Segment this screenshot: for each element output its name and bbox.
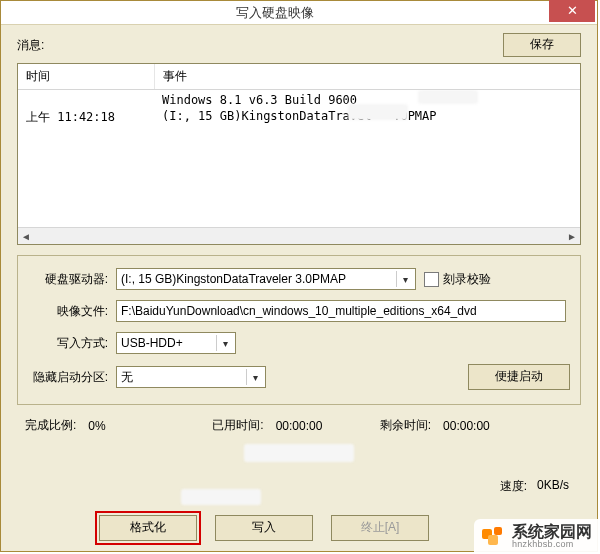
hide-boot-value: 无: [121, 369, 133, 386]
elapsed-value: 00:00:00: [276, 419, 326, 433]
svg-rect-1: [488, 535, 498, 545]
log-listview: 时间 事件 Windows 8.1 v6.3 Build 9600 上午 11:…: [17, 63, 581, 245]
image-label: 映像文件:: [28, 303, 116, 320]
done-ratio-value: 0%: [88, 419, 138, 433]
image-value: F:\BaiduYunDownload\cn_windows_10_multip…: [121, 304, 477, 318]
watermark: 系统家园网 hnzkhbsb.com: [474, 519, 600, 554]
drive-row: 硬盘驱动器: (I:, 15 GB)KingstonDataTraveler 3…: [28, 268, 570, 290]
progress-row: 完成比例: 0% 已用时间: 00:00:00 剩余时间: 00:00:00: [25, 417, 573, 434]
chevron-down-icon: ▾: [396, 271, 413, 287]
watermark-name: 系统家园网: [512, 523, 592, 541]
watermark-logo-icon: [480, 523, 506, 549]
hide-boot-select[interactable]: 无 ▾: [116, 366, 266, 388]
speed-row: 速度: 0KB/s: [11, 478, 569, 495]
log-body: Windows 8.1 v6.3 Build 9600 上午 11:42:18 …: [18, 90, 580, 227]
drive-select[interactable]: (I:, 15 GB)KingstonDataTraveler 3.0PMAP …: [116, 268, 416, 290]
chevron-down-icon: ▾: [216, 335, 233, 351]
dialog-window: 写入硬盘映像 ✕ 消息: 保存 时间 事件 Windows 8.1 v6.3 B…: [0, 0, 598, 552]
close-button[interactable]: ✕: [549, 0, 595, 22]
hide-boot-label: 隐藏启动分区:: [28, 369, 116, 386]
watermark-url: hnzkhbsb.com: [512, 540, 592, 550]
format-button[interactable]: 格式化: [99, 515, 197, 541]
messages-row: 消息: 保存: [17, 33, 581, 57]
quick-boot-button[interactable]: 便捷启动: [468, 364, 570, 390]
log-time: [18, 92, 154, 108]
col-header-event[interactable]: 事件: [155, 64, 580, 89]
verify-label: 刻录校验: [443, 271, 491, 288]
verify-checkbox[interactable]: 刻录校验: [424, 271, 491, 288]
write-mode-value: USB-HDD+: [121, 336, 183, 350]
window-title: 写入硬盘映像: [1, 4, 549, 22]
checkbox-box-icon: [424, 272, 439, 287]
dialog-body: 消息: 保存 时间 事件 Windows 8.1 v6.3 Build 9600…: [1, 25, 597, 551]
speed-label: 速度:: [500, 478, 527, 495]
settings-group: 硬盘驱动器: (I:, 15 GB)KingstonDataTraveler 3…: [17, 255, 581, 405]
abort-button: 终止[A]: [331, 515, 429, 541]
scroll-track[interactable]: [34, 229, 564, 243]
svg-rect-2: [494, 527, 502, 535]
drive-value: (I:, 15 GB)KingstonDataTraveler 3.0PMAP: [121, 272, 346, 286]
write-mode-label: 写入方式:: [28, 335, 116, 352]
image-row: 映像文件: F:\BaiduYunDownload\cn_windows_10_…: [28, 300, 570, 322]
close-icon: ✕: [567, 3, 578, 18]
log-time: 上午 11:42:18: [18, 108, 154, 127]
write-mode-select[interactable]: USB-HDD+ ▾: [116, 332, 236, 354]
drive-label: 硬盘驱动器:: [28, 271, 116, 288]
chevron-down-icon: ▾: [246, 369, 263, 385]
done-ratio-label: 完成比例:: [25, 417, 76, 434]
write-button[interactable]: 写入: [215, 515, 313, 541]
remain-label: 剩余时间:: [380, 417, 431, 434]
image-file-field[interactable]: F:\BaiduYunDownload\cn_windows_10_multip…: [116, 300, 566, 322]
log-row[interactable]: 上午 11:42:18 (I:, 15 GB)KingstonDataTrave…: [18, 108, 580, 127]
log-header: 时间 事件: [18, 64, 580, 90]
remain-value: 00:00:00: [443, 419, 493, 433]
messages-label: 消息:: [17, 37, 44, 54]
col-header-time[interactable]: 时间: [18, 64, 155, 89]
save-button[interactable]: 保存: [503, 33, 581, 57]
hide-boot-row: 隐藏启动分区: 无 ▾ 便捷启动: [28, 364, 570, 390]
scroll-right-icon[interactable]: ►: [564, 229, 580, 243]
log-row[interactable]: Windows 8.1 v6.3 Build 9600: [18, 92, 580, 108]
write-mode-row: 写入方式: USB-HDD+ ▾: [28, 332, 570, 354]
title-bar: 写入硬盘映像 ✕: [1, 1, 597, 25]
scroll-left-icon[interactable]: ◄: [18, 229, 34, 243]
horizontal-scrollbar[interactable]: ◄ ►: [18, 227, 580, 244]
speed-value: 0KB/s: [537, 478, 569, 495]
elapsed-label: 已用时间:: [212, 417, 263, 434]
